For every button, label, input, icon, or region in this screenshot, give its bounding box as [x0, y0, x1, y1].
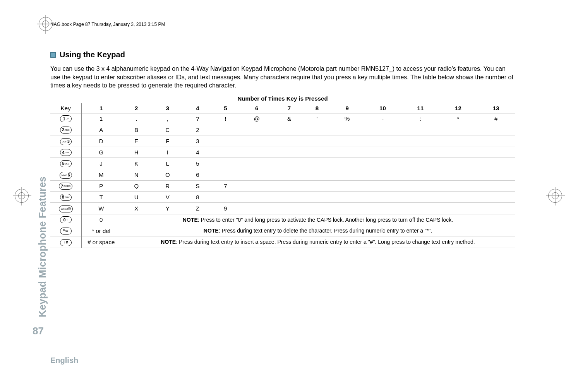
table-row: MNO 6 M N O 6: [50, 169, 515, 180]
table-row: DEF 3 D E F 3: [50, 135, 515, 147]
cell: N: [121, 169, 152, 180]
key-hash-icon: ⇧ #: [60, 239, 72, 246]
note-text: : Press to enter "0" and long press to a…: [198, 217, 453, 223]
col-2: 2: [121, 103, 152, 113]
cell: H: [121, 147, 152, 158]
key-5-icon: 5 JKL: [60, 160, 72, 167]
key-6-icon: MNO 6: [60, 172, 72, 179]
key-6-big: 6: [68, 173, 70, 177]
col-5: 5: [212, 103, 239, 113]
cell: 3: [183, 135, 212, 147]
key-9-icon: WXYZ 9: [59, 205, 73, 212]
section-heading-row: Using the Keypad: [50, 50, 515, 59]
key-7-big: 7: [61, 184, 63, 188]
col-4: 4: [183, 103, 212, 113]
cell: I: [152, 147, 183, 158]
col-9: 9: [331, 103, 364, 113]
page-number: 87: [33, 325, 44, 337]
cell: 4: [183, 147, 212, 158]
cell: B: [121, 124, 152, 135]
key-cell: 2 ABC: [50, 124, 81, 135]
key-cell: WXYZ 9: [50, 202, 81, 214]
key-hash-small: ⇧: [63, 241, 65, 244]
table-row: * ⌫ * or del NOTE: Press during text ent…: [50, 225, 515, 236]
key-0-icon: 0 ♢: [60, 216, 72, 223]
footer-language: English: [50, 356, 78, 365]
col-10: 10: [364, 103, 402, 113]
col-key: Key: [50, 103, 81, 113]
table-row: 0 ♢ 0 NOTE: Press to enter "0" and long …: [50, 214, 515, 225]
key-star-icon: * ⌫: [60, 228, 72, 235]
key-cell: DEF 3: [50, 135, 81, 147]
cell: C: [152, 124, 183, 135]
key-3-small: DEF: [62, 140, 67, 143]
col-1: 1: [81, 103, 121, 113]
cell: R: [152, 180, 183, 192]
cell: K: [121, 158, 152, 169]
key-cell: * ⌫: [50, 225, 81, 236]
key-2-big: 2: [62, 128, 64, 132]
cell: %: [331, 113, 364, 124]
col-12: 12: [439, 103, 477, 113]
cell: A: [81, 124, 121, 135]
key-cell: 5 JKL: [50, 158, 81, 169]
key-4-icon: 4 GHI: [60, 149, 72, 156]
cell: G: [81, 147, 121, 158]
cell: Z: [183, 202, 212, 214]
note-label: NOTE: [204, 228, 219, 234]
note-cell-hash: NOTE: Press during text entry to insert …: [121, 236, 515, 248]
col-8: 8: [304, 103, 330, 113]
cell: T: [81, 192, 121, 203]
key-cell: ⇧ #: [50, 236, 81, 248]
table-row: 4 GHI G H I 4: [50, 147, 515, 158]
cell: # or space: [81, 236, 121, 248]
section-marker-icon: [50, 52, 56, 58]
cell: .: [121, 113, 152, 124]
crop-target-left: [15, 189, 29, 203]
key-4-small: GHI: [65, 151, 70, 154]
note-label: NOTE: [161, 239, 176, 245]
note-cell-0: NOTE: Press to enter "0" and long press …: [121, 214, 515, 225]
key-cell: MNO 6: [50, 169, 81, 180]
cell: *: [439, 113, 477, 124]
cell: X: [121, 202, 152, 214]
cell: ': [304, 113, 330, 124]
table-caption: Number of Times Key is Pressed: [50, 95, 515, 102]
key-1-big: 1: [63, 117, 65, 121]
cell: F: [152, 135, 183, 147]
key-hash-big: #: [66, 240, 68, 245]
key-8-icon: 8 TUV: [60, 194, 72, 201]
cell: W: [81, 202, 121, 214]
note-text: : Press during text entry to delete the …: [219, 228, 432, 234]
key-3-big: 3: [67, 139, 70, 144]
cell: !: [212, 113, 239, 124]
cell: 5: [183, 158, 212, 169]
key-8-small: TUV: [65, 196, 70, 199]
key-2-small: ABC: [65, 129, 70, 131]
key-7-small: PQRS: [63, 185, 70, 187]
cell: 7: [212, 180, 239, 192]
table-row: 1 .,? 1 . , ? ! @ & ' % - : * #: [50, 113, 515, 124]
main-content: Using the Keypad You can use the 3 x 4 a…: [50, 50, 515, 248]
intro-paragraph: You can use the 3 x 4 alphanumeric keypa…: [50, 65, 515, 90]
cell: &: [275, 113, 304, 124]
table-row: 8 TUV T U V 8: [50, 192, 515, 203]
cell: O: [152, 169, 183, 180]
cell: ?: [183, 113, 212, 124]
key-cell: 8 TUV: [50, 192, 81, 203]
cell: @: [239, 113, 275, 124]
key-cell: 4 GHI: [50, 147, 81, 158]
key-star-big: *: [63, 229, 65, 233]
cell: M: [81, 169, 121, 180]
key-7-icon: 7 PQRS: [59, 183, 72, 190]
table-row: WXYZ 9 W X Y Z 9: [50, 202, 515, 214]
col-6: 6: [239, 103, 275, 113]
key-8-big: 8: [62, 195, 64, 199]
cell: -: [364, 113, 402, 124]
cell: :: [401, 113, 439, 124]
note-cell-star: NOTE: Press during text entry to delete …: [121, 225, 515, 236]
cell: J: [81, 158, 121, 169]
key-3-icon: DEF 3: [60, 138, 72, 145]
key-cell: 7 PQRS: [50, 180, 81, 192]
page-header-runline: NAG.book Page 87 Thursday, January 3, 20…: [50, 22, 165, 27]
